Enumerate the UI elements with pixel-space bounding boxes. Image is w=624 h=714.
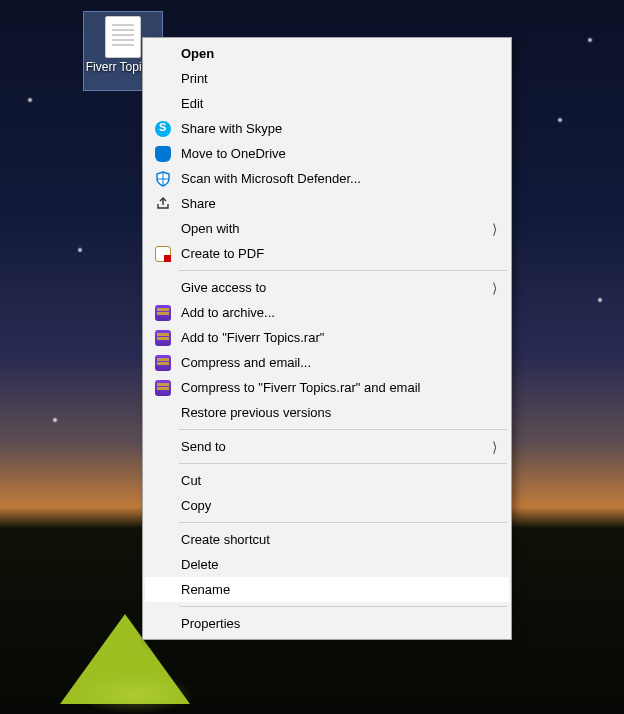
pdf-icon <box>153 244 173 264</box>
blank-icon <box>153 580 173 600</box>
context-menu: Open Print Edit Share with Skype Move to… <box>142 37 512 640</box>
menu-create-shortcut-label: Create shortcut <box>173 532 270 547</box>
blank-icon <box>153 530 173 550</box>
menu-print-label: Print <box>173 71 208 86</box>
menu-print[interactable]: Print <box>145 66 509 91</box>
menu-move-onedrive[interactable]: Move to OneDrive <box>145 141 509 166</box>
menu-open-label: Open <box>173 46 214 61</box>
share-icon <box>153 194 173 214</box>
menu-cut-label: Cut <box>173 473 201 488</box>
menu-cut[interactable]: Cut <box>145 468 509 493</box>
separator <box>179 429 507 430</box>
blank-icon <box>153 94 173 114</box>
menu-delete[interactable]: Delete <box>145 552 509 577</box>
menu-edit[interactable]: Edit <box>145 91 509 116</box>
menu-defender-scan[interactable]: Scan with Microsoft Defender... <box>145 166 509 191</box>
menu-create-shortcut[interactable]: Create shortcut <box>145 527 509 552</box>
blank-icon <box>153 555 173 575</box>
menu-open[interactable]: Open <box>145 41 509 66</box>
menu-restore-label: Restore previous versions <box>173 405 331 420</box>
menu-add-archive-label: Add to archive... <box>173 305 275 320</box>
menu-share[interactable]: Share <box>145 191 509 216</box>
blank-icon <box>153 69 173 89</box>
chevron-right-icon: ⟩ <box>492 439 497 455</box>
blank-icon <box>153 278 173 298</box>
blank-icon <box>153 219 173 239</box>
separator <box>179 270 507 271</box>
menu-share-label: Share <box>173 196 216 211</box>
menu-compress-rar-email[interactable]: Compress to "Fiverr Topics.rar" and emai… <box>145 375 509 400</box>
blank-icon <box>153 403 173 423</box>
menu-copy-label: Copy <box>173 498 211 513</box>
separator <box>179 463 507 464</box>
menu-properties-label: Properties <box>173 616 240 631</box>
menu-edit-label: Edit <box>173 96 203 111</box>
menu-add-rar-label: Add to "Fiverr Topics.rar" <box>173 330 324 345</box>
menu-open-with[interactable]: Open with ⟩ <box>145 216 509 241</box>
separator <box>179 606 507 607</box>
onedrive-icon <box>153 144 173 164</box>
winrar-icon <box>153 378 173 398</box>
skype-icon <box>153 119 173 139</box>
menu-give-access[interactable]: Give access to ⟩ <box>145 275 509 300</box>
menu-rename[interactable]: Rename <box>145 577 509 602</box>
menu-create-pdf-label: Create to PDF <box>173 246 264 261</box>
menu-rename-label: Rename <box>173 582 230 597</box>
text-file-icon <box>105 16 141 58</box>
menu-add-rar[interactable]: Add to "Fiverr Topics.rar" <box>145 325 509 350</box>
menu-give-access-label: Give access to <box>173 280 266 295</box>
menu-create-pdf[interactable]: Create to PDF <box>145 241 509 266</box>
blank-icon <box>153 471 173 491</box>
chevron-right-icon: ⟩ <box>492 221 497 237</box>
blank-icon <box>153 437 173 457</box>
menu-send-to-label: Send to <box>173 439 226 454</box>
blank-icon <box>153 44 173 64</box>
menu-compress-rar-email-label: Compress to "Fiverr Topics.rar" and emai… <box>173 380 420 395</box>
menu-defender-label: Scan with Microsoft Defender... <box>173 171 361 186</box>
blank-icon <box>153 614 173 634</box>
winrar-icon <box>153 328 173 348</box>
menu-open-with-label: Open with <box>173 221 240 236</box>
desktop[interactable]: Fiverr Topics.t Open Print Edit Share wi… <box>0 0 624 714</box>
winrar-icon <box>153 353 173 373</box>
menu-delete-label: Delete <box>173 557 219 572</box>
menu-compress-email-label: Compress and email... <box>173 355 311 370</box>
chevron-right-icon: ⟩ <box>492 280 497 296</box>
blank-icon <box>153 496 173 516</box>
menu-share-skype-label: Share with Skype <box>173 121 282 136</box>
menu-move-onedrive-label: Move to OneDrive <box>173 146 286 161</box>
menu-send-to[interactable]: Send to ⟩ <box>145 434 509 459</box>
menu-compress-email[interactable]: Compress and email... <box>145 350 509 375</box>
shield-icon <box>153 169 173 189</box>
menu-copy[interactable]: Copy <box>145 493 509 518</box>
separator <box>179 522 507 523</box>
menu-restore-versions[interactable]: Restore previous versions <box>145 400 509 425</box>
winrar-icon <box>153 303 173 323</box>
menu-properties[interactable]: Properties <box>145 611 509 636</box>
menu-add-archive[interactable]: Add to archive... <box>145 300 509 325</box>
menu-share-skype[interactable]: Share with Skype <box>145 116 509 141</box>
